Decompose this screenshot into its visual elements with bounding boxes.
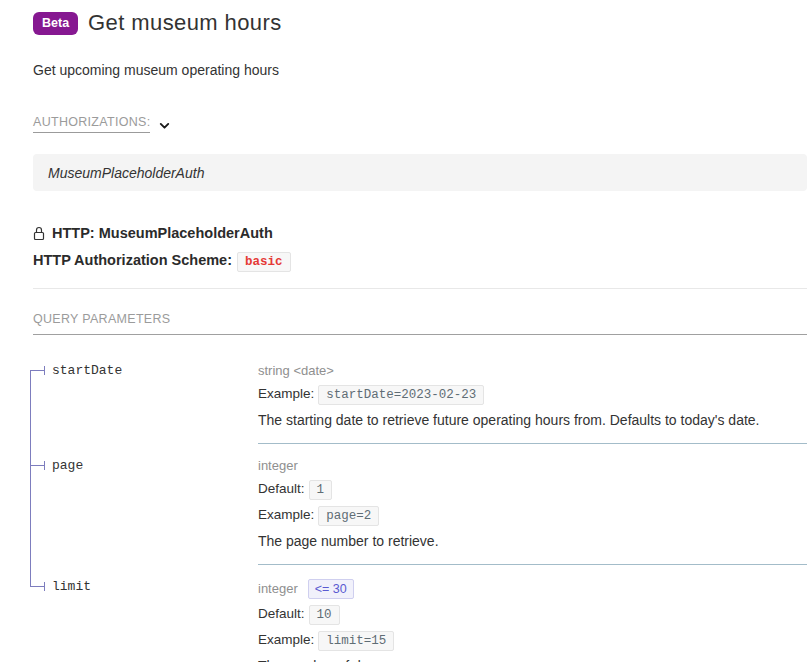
auth-scheme-name: MuseumPlaceholderAuth	[48, 165, 204, 181]
param-example-line: Example:limit=15	[258, 631, 807, 651]
auth-scheme-box[interactable]: MuseumPlaceholderAuth	[33, 154, 807, 191]
param-description: The starting date to retrieve future ope…	[258, 412, 807, 429]
tree-line	[30, 586, 44, 587]
param-type-line: string <date>	[258, 363, 807, 379]
param-default-line: Default:10	[258, 605, 807, 625]
param-name: startDate	[52, 363, 122, 378]
tree-line	[30, 444, 31, 565]
param-type-line: integer	[258, 458, 807, 474]
param-name: page	[52, 458, 83, 473]
param-example-line: Example:page=2	[258, 506, 807, 526]
endpoint-doc-page: Beta Get museum hours Get upcoming museu…	[0, 0, 807, 662]
param-type: integer	[258, 458, 298, 474]
example-label: Example:	[258, 507, 314, 522]
tree-line	[44, 366, 45, 375]
section-divider	[33, 288, 807, 289]
param-name-cell: page	[30, 444, 258, 565]
tree-line	[30, 370, 44, 371]
param-name-cell: startDate	[30, 349, 258, 444]
default-label: Default:	[258, 481, 305, 496]
chevron-down-icon	[157, 118, 172, 133]
param-example-line: Example:startDate=2023-02-23	[258, 385, 807, 405]
param-name-cell: limit	[30, 565, 258, 662]
param-detail-cell: integer Default:1 Example:page=2 The pag…	[258, 444, 807, 565]
param-detail-cell: integer <= 30 Default:10 Example:limit=1…	[258, 565, 807, 662]
query-parameters-header: QUERY PARAMETERS	[33, 312, 807, 335]
tree-line	[44, 582, 45, 591]
beta-badge: Beta	[33, 12, 78, 35]
example-value: page=2	[318, 506, 379, 526]
param-row-limit: limit integer <= 30 Default:10 Example:l…	[30, 565, 807, 662]
param-type: integer	[258, 581, 298, 597]
http-auth-scheme-value: basic	[237, 252, 291, 272]
tree-line	[30, 565, 31, 587]
param-row-startdate: startDate string <date> Example:startDat…	[30, 349, 807, 444]
query-parameters-table: startDate string <date> Example:startDat…	[30, 349, 807, 662]
default-label: Default:	[258, 606, 305, 621]
param-description: The page number to retrieve.	[258, 533, 807, 550]
param-row-page: page integer Default:1 Example:page=2 Th…	[30, 444, 807, 565]
tree-line	[30, 465, 44, 466]
example-label: Example:	[258, 386, 314, 401]
default-value: 10	[309, 605, 340, 625]
default-value: 1	[309, 480, 333, 500]
example-value: startDate=2023-02-23	[318, 385, 484, 405]
param-detail-cell: string <date> Example:startDate=2023-02-…	[258, 349, 807, 444]
http-scheme-title-row: HTTP: MuseumPlaceholderAuth	[33, 225, 807, 241]
http-scheme-title: HTTP: MuseumPlaceholderAuth	[52, 225, 273, 241]
param-default-line: Default:1	[258, 480, 807, 500]
tree-line	[44, 461, 45, 470]
param-constraint-badge: <= 30	[308, 579, 354, 599]
authorizations-label: AUTHORIZATIONS:	[33, 115, 150, 133]
page-header: Beta Get museum hours	[33, 10, 807, 36]
example-value: limit=15	[318, 631, 394, 651]
example-label: Example:	[258, 632, 314, 647]
param-type-line: integer <= 30	[258, 579, 807, 599]
lock-icon	[33, 226, 45, 241]
http-auth-scheme-row: HTTP Authorization Scheme:basic	[33, 252, 807, 272]
endpoint-description: Get upcoming museum operating hours	[33, 62, 807, 78]
authorizations-toggle[interactable]: AUTHORIZATIONS:	[33, 115, 807, 133]
http-auth-scheme-label: HTTP Authorization Scheme:	[33, 252, 232, 268]
param-description: The number of days per page.	[258, 658, 807, 662]
tree-line	[30, 370, 31, 444]
page-title: Get museum hours	[88, 10, 281, 36]
param-name: limit	[52, 579, 91, 594]
param-type: string <date>	[258, 363, 334, 379]
